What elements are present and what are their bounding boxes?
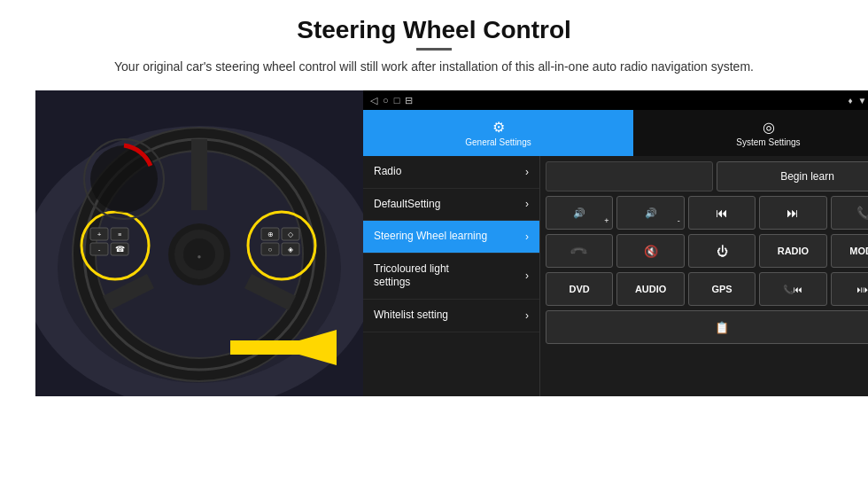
mode-button[interactable]: MODE xyxy=(831,234,868,268)
svg-point-31 xyxy=(90,145,158,213)
chevron-icon-steering: › xyxy=(525,230,529,243)
chevron-icon-default: › xyxy=(525,198,529,210)
system-settings-icon: ◎ xyxy=(763,119,775,136)
tab-system-label: System Settings xyxy=(736,137,800,147)
main-split: Radio › DefaultSetting › Steering Wheel … xyxy=(363,156,868,396)
nav-icons: ◁ ○ □ ⊟ xyxy=(370,95,413,106)
audio-label: AUDIO xyxy=(635,284,666,294)
home-icon[interactable]: ○ xyxy=(383,95,389,105)
dvd-label: DVD xyxy=(570,284,590,294)
ctrl-row-2: 🔊+ 🔊- ⏮ ⏭ 📞 xyxy=(546,196,868,230)
ctrl-row-1: Begin learn xyxy=(546,161,868,191)
page-subtitle: Your original car's steering wheel contr… xyxy=(114,58,754,76)
audio-button[interactable]: AUDIO xyxy=(616,272,684,306)
svg-rect-33 xyxy=(230,340,337,355)
chevron-icon-tricoloured: › xyxy=(525,270,529,282)
android-panel: ◁ ○ □ ⊟ ♦ ▼ 13:13 ⚙ General Settings xyxy=(363,90,868,396)
minus-icon: - xyxy=(678,216,680,225)
page-title: Steering Wheel Control xyxy=(114,16,754,44)
steering-wheel-image: + ≡ - ☎ ⊕ ◇ ○ ◈ xyxy=(35,90,363,396)
location-icon: ♦ xyxy=(848,96,852,105)
svg-text:◇: ◇ xyxy=(288,230,294,238)
back-icon[interactable]: ◁ xyxy=(370,95,377,106)
menu-item-radio-label: Radio xyxy=(374,165,401,179)
mode-label: MODE xyxy=(849,246,868,256)
gps-button[interactable]: GPS xyxy=(688,272,756,306)
menu-icon[interactable]: ⊟ xyxy=(405,95,413,106)
skip-back-icon: ⏮ xyxy=(716,206,728,220)
tab-system-settings[interactable]: ◎ System Settings xyxy=(633,110,868,156)
svg-text:-: - xyxy=(98,246,101,254)
title-section: Steering Wheel Control Your original car… xyxy=(114,16,754,85)
svg-text:⊕: ⊕ xyxy=(267,230,274,238)
menu-item-whitelist[interactable]: Whitelist setting › xyxy=(363,300,539,332)
radio-label: RADIO xyxy=(778,246,809,256)
power-icon: ⏻ xyxy=(717,245,728,258)
plus-icon: + xyxy=(604,216,608,225)
list-button[interactable]: 📋 xyxy=(546,310,868,344)
tab-general-settings[interactable]: ⚙ General Settings xyxy=(363,110,633,156)
menu-item-steering-label: Steering Wheel learning xyxy=(374,230,487,244)
menu-item-tricoloured[interactable]: Tricoloured lightsettings › xyxy=(363,254,539,300)
skip-forward-button[interactable]: ⏭ xyxy=(759,196,826,230)
signal-icon: ▼ xyxy=(858,96,867,105)
phone-icon: 📞 xyxy=(856,206,868,220)
menu-item-default-label: DefaultSetting xyxy=(374,198,440,212)
power-button[interactable]: ⏻ xyxy=(688,234,756,268)
svg-text:●: ● xyxy=(198,253,202,261)
general-settings-icon: ⚙ xyxy=(492,119,505,136)
svg-text:◈: ◈ xyxy=(288,246,294,254)
chevron-icon-whitelist: › xyxy=(525,309,529,322)
menu-item-tricoloured-label: Tricoloured lightsettings xyxy=(374,262,449,290)
begin-learn-button[interactable]: Begin learn xyxy=(717,161,868,191)
svg-text:○: ○ xyxy=(268,246,273,254)
menu-panel: Radio › DefaultSetting › Steering Wheel … xyxy=(363,156,540,396)
content-row: + ≡ - ☎ ⊕ ◇ ○ ◈ xyxy=(35,90,833,396)
menu-item-default[interactable]: DefaultSetting › xyxy=(363,189,539,222)
speaker-icon: 🔊 xyxy=(573,207,585,219)
empty-input-box xyxy=(546,161,713,191)
phone-skip-icon: 📞⏮ xyxy=(783,285,802,294)
tab-bar: ⚙ General Settings ◎ System Settings xyxy=(363,110,868,156)
svg-text:≡: ≡ xyxy=(118,231,121,238)
menu-item-radio[interactable]: Radio › xyxy=(363,156,539,189)
title-divider xyxy=(416,48,452,51)
phone-end-icon: 📞 xyxy=(570,241,589,261)
status-right: ♦ ▼ 13:13 xyxy=(848,95,868,105)
svg-text:+: + xyxy=(97,230,102,238)
menu-item-steering[interactable]: Steering Wheel learning › xyxy=(363,221,539,254)
play-skip-icon: ⏯⏭ xyxy=(856,285,868,294)
tab-general-label: General Settings xyxy=(465,137,531,147)
ctrl-row-4: DVD AUDIO GPS 📞⏮ ⏯⏭ xyxy=(546,272,868,306)
menu-item-whitelist-label: Whitelist setting xyxy=(374,309,448,323)
page-container: Steering Wheel Control Your original car… xyxy=(0,0,868,500)
svg-text:☎: ☎ xyxy=(115,245,125,254)
volume-down-button[interactable]: 🔊- xyxy=(616,196,684,230)
list-icon: 📋 xyxy=(715,321,729,334)
mute-button[interactable]: 🔇 xyxy=(616,234,684,268)
radio-button[interactable]: RADIO xyxy=(759,234,826,268)
ctrl-row-3: 📞 🔇 ⏻ RADIO MODE xyxy=(546,234,868,268)
status-bar: ◁ ○ □ ⊟ ♦ ▼ 13:13 xyxy=(363,90,868,110)
play-skip-button[interactable]: ⏯⏭ xyxy=(831,272,868,306)
gps-label: GPS xyxy=(711,284,732,294)
phone-end-button[interactable]: 📞 xyxy=(546,234,613,268)
recent-icon[interactable]: □ xyxy=(394,95,400,105)
volume-up-button[interactable]: 🔊+ xyxy=(546,196,613,230)
skip-back-button[interactable]: ⏮ xyxy=(688,196,756,230)
phone-skip-button[interactable]: 📞⏮ xyxy=(759,272,826,306)
phone-call-button[interactable]: 📞 xyxy=(831,196,868,230)
skip-forward-icon: ⏭ xyxy=(787,206,799,220)
ctrl-row-5: 📋 xyxy=(546,310,868,344)
chevron-icon-radio: › xyxy=(525,166,529,178)
speaker-down-icon: 🔊 xyxy=(645,207,657,219)
dvd-button[interactable]: DVD xyxy=(546,272,613,306)
controls-panel: Begin learn 🔊+ 🔊- ⏮ xyxy=(540,156,868,396)
mute-icon: 🔇 xyxy=(644,245,658,258)
